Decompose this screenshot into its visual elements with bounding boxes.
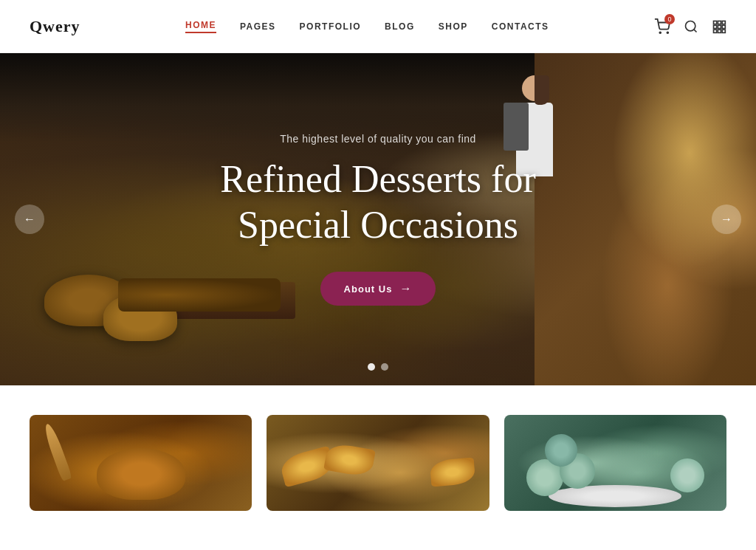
- cart-count: 0: [664, 14, 675, 24]
- svg-rect-10: [714, 30, 717, 32]
- grid-icon: [712, 19, 726, 34]
- bread-stick: [42, 422, 72, 481]
- hero-title-line1: Refined Desserts for: [220, 158, 535, 200]
- croissant-3: [429, 457, 475, 487]
- slider-dot-1[interactable]: [368, 363, 375, 371]
- prev-arrow-icon: ←: [24, 213, 35, 226]
- hero-cta-button[interactable]: About Us →: [320, 272, 436, 306]
- card-macarons[interactable]: [504, 415, 726, 511]
- hero-section: ← The highest level of quality you can f…: [0, 53, 756, 385]
- slider-dots: [368, 363, 388, 371]
- bread-loaf: [97, 448, 185, 500]
- nav-item-portfolio[interactable]: PORTFOLIO: [300, 21, 362, 32]
- nav-item-contacts[interactable]: CONTACTS: [492, 21, 549, 32]
- croissant-2: [324, 442, 377, 478]
- slider-dot-2[interactable]: [381, 363, 388, 371]
- macaron-3: [670, 458, 704, 492]
- hero-cta-label: About Us: [344, 283, 393, 295]
- macaron-plate: [549, 485, 681, 507]
- grid-menu-button[interactable]: [712, 19, 726, 34]
- header-icons: 0: [654, 18, 726, 35]
- svg-rect-4: [714, 21, 717, 24]
- svg-rect-6: [722, 21, 725, 24]
- search-button[interactable]: [684, 19, 698, 34]
- card-bread[interactable]: [30, 415, 252, 511]
- next-arrow-icon: →: [721, 213, 732, 226]
- nav-item-home[interactable]: HOME: [185, 20, 216, 33]
- cta-arrow-icon: →: [399, 282, 412, 295]
- svg-rect-9: [722, 25, 725, 28]
- svg-rect-7: [714, 25, 717, 28]
- svg-point-1: [667, 32, 668, 33]
- site-header: Qwery HOME PAGES PORTFOLIO BLOG SHOP CON…: [0, 0, 756, 53]
- macaron-4: [545, 434, 577, 467]
- svg-rect-5: [718, 21, 721, 24]
- slider-prev-button[interactable]: ←: [15, 204, 44, 234]
- nav-item-pages[interactable]: PAGES: [240, 21, 276, 32]
- hero-title-line2: Special Occasions: [238, 204, 518, 246]
- svg-point-2: [686, 21, 695, 30]
- hero-subtitle: The highest level of quality you can fin…: [280, 133, 476, 145]
- svg-line-3: [694, 29, 697, 32]
- cart-button[interactable]: 0: [654, 18, 670, 35]
- cards-section: [0, 385, 756, 511]
- logo[interactable]: Qwery: [30, 17, 80, 36]
- search-icon: [684, 19, 698, 34]
- hero-content: The highest level of quality you can fin…: [0, 53, 756, 385]
- svg-rect-11: [718, 30, 721, 32]
- card-croissants[interactable]: [267, 415, 489, 511]
- hero-title: Refined Desserts for Special Occasions: [220, 157, 535, 249]
- main-nav: HOME PAGES PORTFOLIO BLOG SHOP CONTACTS: [185, 20, 549, 33]
- svg-point-0: [659, 32, 661, 33]
- svg-rect-12: [722, 30, 725, 32]
- nav-item-shop[interactable]: SHOP: [439, 21, 468, 32]
- nav-item-blog[interactable]: BLOG: [385, 21, 415, 32]
- svg-rect-8: [718, 25, 721, 28]
- slider-next-button[interactable]: →: [712, 204, 741, 234]
